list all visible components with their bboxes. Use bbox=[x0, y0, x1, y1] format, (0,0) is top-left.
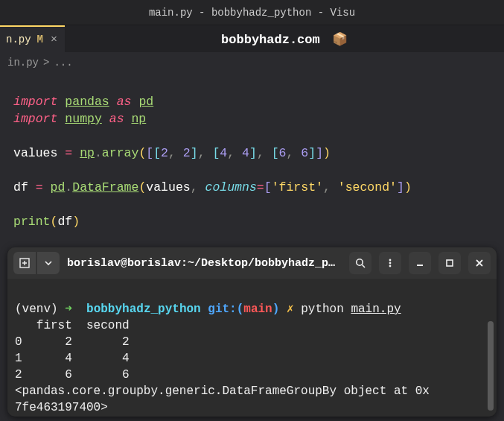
cmd-file: main.py bbox=[351, 303, 401, 316]
tab-modified-badge: M bbox=[37, 34, 43, 45]
terminal-title: borislav@borislav:~/Desktop/bobbyhadz_py… bbox=[67, 257, 342, 270]
out-header: first second bbox=[15, 319, 130, 332]
plus-box-icon bbox=[19, 258, 30, 268]
chevron-down-icon bbox=[45, 259, 52, 267]
op-assign: = bbox=[36, 180, 43, 194]
svg-point-3 bbox=[389, 262, 392, 265]
keyword-import: import bbox=[13, 95, 57, 109]
fn-array: array bbox=[102, 146, 139, 160]
num: 6 bbox=[279, 146, 287, 160]
close-icon[interactable]: × bbox=[49, 34, 59, 46]
ref-np: np bbox=[80, 146, 95, 160]
close-icon bbox=[475, 259, 484, 268]
num: 2 bbox=[183, 146, 191, 160]
window-title: main.py - bobbyhadz_python - Visu bbox=[149, 7, 355, 19]
banner-text: bobbyhadz.com bbox=[221, 33, 320, 47]
out-row-0: 0 2 2 bbox=[15, 335, 130, 349]
svg-rect-5 bbox=[447, 260, 453, 266]
svg-point-2 bbox=[389, 259, 392, 262]
alias-np: np bbox=[131, 112, 146, 126]
breadcrumb[interactable]: in.py > ... bbox=[0, 52, 504, 73]
arg-df: df bbox=[57, 215, 72, 229]
svg-point-4 bbox=[389, 265, 392, 268]
editor-tab-main-py[interactable]: n.py M × bbox=[0, 25, 65, 52]
out-row-2: 2 6 6 bbox=[15, 368, 130, 382]
fn-dataframe: DataFrame bbox=[72, 180, 138, 194]
kebab-icon bbox=[385, 258, 395, 268]
prompt-arrow-icon: ➜ bbox=[65, 303, 72, 316]
bracket: [ bbox=[146, 146, 153, 160]
var-values: values bbox=[13, 146, 57, 160]
keyword-import: import bbox=[13, 112, 57, 126]
prompt-venv: (venv) bbox=[15, 303, 58, 316]
close-button[interactable] bbox=[468, 252, 491, 274]
minimize-icon bbox=[415, 259, 424, 268]
var-df: df bbox=[13, 180, 28, 194]
out-obj-1: <pandas.core.groupby.generic.DataFrameGr… bbox=[15, 384, 430, 398]
prompt-dirty-icon: ✗ bbox=[287, 303, 294, 316]
out-row-1: 1 4 4 bbox=[15, 352, 130, 365]
paren: ( bbox=[138, 146, 146, 160]
module-numpy: numpy bbox=[65, 112, 102, 126]
maximize-icon bbox=[445, 259, 454, 268]
fn-print: print bbox=[13, 215, 51, 229]
bracket: [ bbox=[153, 146, 161, 160]
maximize-button[interactable] bbox=[438, 252, 461, 274]
num: 4 bbox=[242, 146, 249, 160]
out-obj-2: 7fe463197400> bbox=[15, 401, 108, 414]
svg-point-1 bbox=[356, 259, 362, 265]
str-second: 'second' bbox=[338, 180, 397, 194]
arg-values: values bbox=[146, 180, 190, 194]
terminal-header[interactable]: borislav@borislav:~/Desktop/bobbyhadz_py… bbox=[7, 247, 497, 279]
tab-menu-button[interactable] bbox=[37, 252, 60, 274]
prompt-dir: bobbyhadz_python bbox=[86, 303, 201, 316]
cmd-python: python bbox=[301, 303, 344, 316]
new-tab-button[interactable] bbox=[13, 252, 36, 274]
chevron-right-icon: > bbox=[43, 57, 49, 69]
ref-pd: pd bbox=[51, 180, 66, 194]
prompt-git-label: git:( bbox=[208, 303, 243, 316]
num: 6 bbox=[301, 146, 308, 160]
prompt-branch: main bbox=[243, 303, 272, 316]
num: 4 bbox=[220, 146, 227, 160]
window-title-bar: main.py - bobbyhadz_python - Visu bbox=[0, 0, 504, 25]
menu-button[interactable] bbox=[379, 252, 401, 274]
str-first: 'first' bbox=[272, 180, 323, 194]
search-icon bbox=[355, 258, 366, 269]
search-button[interactable] bbox=[349, 252, 371, 274]
alias-pd: pd bbox=[138, 95, 153, 109]
num: 2 bbox=[161, 146, 168, 160]
package-icon: 📦 bbox=[332, 31, 348, 47]
dot: . bbox=[95, 146, 102, 160]
terminal-scrollbar[interactable] bbox=[488, 321, 494, 411]
terminal-body[interactable]: (venv) ➜ bobbyhadz_python git:(main) ✗ p… bbox=[7, 279, 497, 417]
op-assign: = bbox=[65, 146, 72, 160]
kwarg-columns: columns bbox=[205, 180, 257, 194]
breadcrumb-more: ... bbox=[54, 57, 72, 69]
module-pandas: pandas bbox=[65, 95, 109, 109]
keyword-as: as bbox=[117, 95, 132, 109]
breadcrumb-file: in.py bbox=[7, 57, 39, 69]
keyword-as: as bbox=[109, 112, 124, 126]
prompt-git-close: ) bbox=[272, 303, 280, 316]
banner-overlay: bobbyhadz.com 📦 bbox=[65, 31, 504, 47]
tab-bar: n.py M × bobbyhadz.com 📦 bbox=[0, 25, 504, 52]
minimize-button[interactable] bbox=[409, 252, 431, 274]
tab-filename: n.py bbox=[6, 34, 31, 45]
terminal-panel: borislav@borislav:~/Desktop/bobbyhadz_py… bbox=[7, 247, 497, 417]
